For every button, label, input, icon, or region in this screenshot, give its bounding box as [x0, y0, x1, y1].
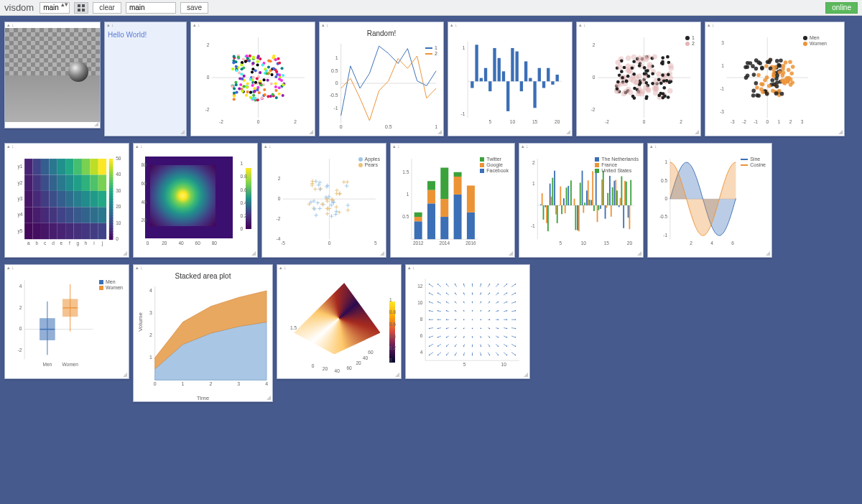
pane-scatter-bw[interactable]: ▴ ↓ 12 -202-202 ◢: [576, 22, 701, 136]
svg-rect-767: [615, 180, 616, 205]
pane-bar[interactable]: ▴ ↓: [191, 22, 315, 28]
pane-bar[interactable]: ▴ ↓: [448, 22, 572, 28]
svg-point-14: [278, 93, 281, 95]
svg-point-857: [515, 355, 516, 355]
resize-handle[interactable]: ◢: [395, 373, 401, 378]
svg-text:20: 20: [142, 218, 147, 223]
resize-handle[interactable]: ◢: [380, 251, 386, 257]
resize-handle[interactable]: ◢: [437, 130, 443, 136]
svg-point-110: [246, 82, 249, 85]
svg-point-981: [481, 302, 481, 302]
svg-point-841: [446, 355, 447, 355]
pane-surface[interactable]: ▴ ↓ 00.20.40.60.811.50204060204060 ◢: [277, 264, 402, 379]
svg-point-1005: [489, 292, 490, 293]
pane-scatter-color[interactable]: ▴ ↓ -202-202 ◢: [190, 22, 315, 136]
pane-bar[interactable]: ▴ ↓: [134, 144, 257, 149]
pane-bar[interactable]: ▴ ↓: [320, 22, 443, 28]
svg-text:0: 0: [593, 75, 595, 80]
pane-apples-pears[interactable]: ▴ ↓ ApplesPears -505-4-202 ◢: [261, 143, 386, 258]
svg-rect-209: [556, 75, 559, 81]
svg-point-440: [759, 82, 764, 86]
svg-rect-487: [74, 191, 82, 207]
svg-point-247: [617, 65, 622, 70]
svg-line-900: [511, 336, 515, 337]
svg-text:-1: -1: [754, 119, 758, 124]
pane-scatter-menwomen[interactable]: ▴ ↓ MenWomen -3-2-10123-3-113 ◢: [705, 22, 845, 136]
svg-rect-509: [90, 223, 98, 239]
svg-point-357: [628, 90, 633, 95]
filter-input[interactable]: [126, 2, 176, 14]
svg-point-54: [265, 70, 268, 73]
resize-handle[interactable]: ◢: [637, 251, 643, 257]
legend: MenWomen: [803, 35, 827, 47]
resize-handle[interactable]: ◢: [180, 130, 186, 136]
pane-contour[interactable]: ▴ ↓ 0204060802040608000.20.40.60.81 ◢: [133, 143, 258, 258]
resize-handle[interactable]: ◢: [309, 130, 315, 136]
svg-point-911: [463, 328, 464, 329]
svg-rect-498: [82, 207, 90, 223]
svg-rect-492: [33, 207, 41, 223]
svg-point-1017: [446, 284, 447, 284]
status-button[interactable]: online: [825, 2, 858, 14]
bar20-chart: 5101520-11: [448, 28, 572, 130]
pane-bar[interactable]: ▴ ↓: [5, 144, 129, 149]
pane-text[interactable]: ▴ ↓ Hello World! ◢: [104, 22, 187, 136]
svg-line-880: [430, 336, 433, 337]
resize-handle[interactable]: ◢: [838, 130, 844, 136]
resize-handle[interactable]: ◢: [123, 373, 129, 378]
env-selector[interactable]: main: [40, 2, 70, 14]
grid-view-button[interactable]: [74, 2, 88, 14]
legend: TwitterGoogleFacebook: [480, 157, 509, 174]
resize-handle[interactable]: ◢: [566, 130, 572, 136]
resize-handle[interactable]: ◢: [524, 373, 529, 378]
svg-point-43: [239, 83, 242, 86]
svg-point-409: [775, 59, 779, 63]
svg-rect-759: [603, 171, 604, 205]
resize-handle[interactable]: ◢: [94, 122, 100, 128]
pane-heatmap[interactable]: ▴ ↓ abcdefghijy1y2y3y4y501020304050 ◢: [4, 143, 129, 258]
pane-bar[interactable]: ▴ ↓: [519, 144, 643, 149]
pane-bar[interactable]: ▴ ↓: [105, 22, 186, 28]
svg-point-458: [772, 68, 777, 73]
resize-handle[interactable]: ◢: [695, 130, 700, 136]
svg-point-160: [258, 91, 261, 94]
pane-trig[interactable]: ▴ ↓ SineCosine 246-1-0.500.51 ◢: [647, 143, 772, 258]
svg-text:2: 2: [789, 119, 792, 124]
svg-rect-707: [467, 185, 475, 212]
clear-button[interactable]: clear: [93, 2, 121, 14]
pane-bar[interactable]: ▴ ↓: [134, 265, 272, 271]
pane-bar[interactable]: ▴ ↓: [577, 22, 700, 28]
svg-point-59: [256, 63, 259, 66]
svg-point-87: [254, 69, 257, 72]
pane-bar[interactable]: ▴ ↓: [5, 22, 100, 28]
pane-boxplot[interactable]: ▴ ↓ MenWomen -2024MenWomen ◢: [4, 264, 129, 379]
svg-rect-472: [33, 175, 41, 191]
pane-countries[interactable]: ▴ ↓ The NetherlandsFranceUnited States 5…: [519, 143, 644, 258]
pane-bar[interactable]: ▴ ↓: [391, 144, 514, 149]
resize-handle[interactable]: ◢: [251, 251, 257, 257]
resize-handle[interactable]: ◢: [766, 251, 771, 257]
resize-handle[interactable]: ◢: [509, 251, 514, 257]
svg-rect-725: [551, 197, 552, 205]
pane-bar[interactable]: ▴ ↓: [5, 265, 129, 271]
svg-point-456: [786, 79, 790, 83]
pane-bar[interactable]: ▴ ↓: [406, 265, 529, 271]
svg-rect-191: [475, 45, 478, 81]
pane-bar[interactable]: ▴ ↓: [277, 265, 401, 271]
svg-point-1001: [472, 292, 473, 293]
svg-rect-495: [57, 207, 65, 223]
svg-text:0: 0: [147, 241, 149, 246]
svg-point-975: [455, 302, 455, 302]
resize-handle[interactable]: ◢: [267, 396, 272, 401]
pane-quiver[interactable]: ▴ ↓ 5104681012 ◢: [405, 264, 530, 379]
save-button[interactable]: save: [180, 2, 208, 14]
pane-bar[interactable]: ▴ ↓: [262, 144, 386, 149]
resize-handle[interactable]: ◢: [123, 251, 129, 257]
pane-random-lines[interactable]: ▴ ↓ Random! 12 00.51-1-0.500.51 ◢: [319, 22, 444, 136]
pane-stacked-social[interactable]: ▴ ↓ TwitterGoogleFacebook 2012201420160.…: [390, 143, 515, 258]
pane-image[interactable]: ▴ ↓ ◢: [4, 22, 101, 129]
pane-bar[interactable]: ▴ ↓: [705, 22, 844, 28]
pane-bar[interactable]: ▴ ↓: [648, 144, 771, 149]
pane-stacked-area[interactable]: ▴ ↓ Stacked area plot 012341234 Time Vol…: [133, 264, 273, 402]
pane-bar20[interactable]: ▴ ↓ 5101520-11 ◢: [448, 22, 573, 136]
